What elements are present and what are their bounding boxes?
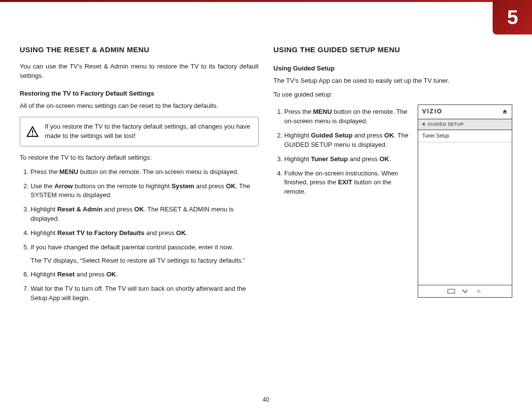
step-bold: OK: [176, 229, 186, 237]
list-item: Highlight Reset and press OK.: [31, 270, 259, 279]
factory-defaults-intro: All of the on-screen menu settings can b…: [20, 102, 259, 111]
step-bold: Guided Setup: [311, 132, 353, 139]
step-bold: Reset TV to Factory Defaults: [57, 229, 144, 237]
step-text: Highlight: [31, 229, 57, 237]
home-icon: [502, 109, 508, 115]
warning-text: If you restore the TV to the factory def…: [45, 123, 250, 139]
step-bold: System: [171, 182, 194, 190]
tv-menu-breadcrumb-label: GUIDED SETUP: [428, 121, 464, 128]
step-text: Highlight: [31, 271, 57, 278]
step-bold: EXIT: [338, 178, 352, 186]
step-text: Press the: [284, 108, 313, 115]
restore-lead: To restore the TV to its factory default…: [20, 153, 259, 163]
step-text: Highlight: [284, 132, 311, 139]
step-text: Highlight: [284, 155, 311, 163]
restore-steps-list: Press the MENU button on the remote. The…: [20, 168, 259, 303]
list-item: Press the MENU button on the remote. The…: [31, 168, 259, 177]
step-subtext: The TV displays, “Select Reset to restor…: [31, 256, 259, 266]
step-text: Highlight: [31, 206, 57, 213]
step-text: and press: [75, 271, 106, 278]
guided-setup-steps-list: Press the MENU button on the remote. The…: [273, 107, 410, 202]
tv-menu-header: VIZIO: [418, 105, 512, 119]
step-bold: Tuner Setup: [311, 155, 348, 163]
step-bold: OK: [379, 155, 389, 163]
tv-menu-breadcrumb: GUIDED SETUP: [418, 119, 512, 130]
guided-setup-intro: The TV's Setup App can be used to easily…: [273, 76, 512, 86]
step-text: Press the: [31, 168, 60, 175]
svg-point-3: [478, 291, 480, 292]
list-item: Highlight Tuner Setup and press OK.: [284, 155, 410, 164]
step-bold: Arrow: [54, 182, 73, 190]
step-text: and press: [194, 182, 226, 190]
chapter-number-tab: 5: [493, 0, 532, 34]
step-text: .: [116, 271, 118, 278]
step-text: and press: [102, 206, 134, 213]
chevron-down-icon: [461, 289, 469, 294]
guided-setup-split: Press the MENU button on the remote. The…: [273, 104, 512, 298]
list-item: Highlight Reset & Admin and press OK. Th…: [31, 205, 259, 224]
gear-icon: [474, 289, 483, 294]
warning-icon: [26, 125, 39, 138]
list-item: Highlight Guided Setup and press OK. The…: [284, 131, 410, 150]
step-text: and press: [144, 229, 176, 237]
step-bold: OK: [384, 132, 394, 139]
tv-menu-body: Tuner Setup: [418, 130, 512, 285]
tv-menu-item-tuner-setup: Tuner Setup: [418, 130, 512, 143]
step-bold: Reset: [57, 271, 74, 278]
section-heading-guided-setup: USING THE GUIDED SETUP MENU: [273, 44, 512, 55]
wide-icon: [447, 289, 456, 294]
right-column: USING THE GUIDED SETUP MENU Using Guided…: [273, 44, 512, 411]
step-text: .: [186, 229, 188, 237]
guided-setup-lead: To use guided setup:: [273, 90, 512, 100]
reset-admin-intro: You can use the TV's Reset & Admin menu …: [20, 62, 259, 81]
step-bold: OK: [106, 271, 116, 278]
step-bold: OK: [134, 206, 144, 213]
section-heading-reset-admin: USING THE RESET & ADMIN MENU: [20, 44, 259, 55]
step-text: button on the remote. The on-screen menu…: [78, 168, 239, 175]
step-text: Wait for the TV to turn off. The TV will…: [31, 285, 246, 302]
page-body: USING THE RESET & ADMIN MENU You can use…: [0, 34, 532, 411]
step-text: .: [389, 155, 391, 163]
step-bold: MENU: [313, 108, 332, 115]
step-text: Use the: [31, 182, 54, 190]
step-text: If you have changed the default parental…: [31, 243, 233, 251]
step-bold: OK: [226, 182, 236, 190]
step-text: and press: [348, 155, 379, 163]
left-column: USING THE RESET & ADMIN MENU You can use…: [20, 44, 259, 411]
step-bold: MENU: [60, 168, 78, 175]
svg-rect-2: [448, 289, 455, 293]
chapter-top-band: [0, 0, 493, 2]
list-item: Use the Arrow buttons on the remote to h…: [31, 182, 259, 201]
page-number: 40: [0, 396, 532, 404]
back-triangle-icon: [422, 122, 425, 126]
tv-brand-label: VIZIO: [422, 107, 442, 116]
subheading-using-guided-setup: Using Guided Setup: [273, 64, 512, 73]
list-item: Wait for the TV to turn off. The TV will…: [31, 284, 259, 303]
subheading-factory-defaults: Restoring the TV to Factory Default Sett…: [20, 89, 259, 99]
list-item: Follow the on-screen instructions. When …: [284, 169, 410, 197]
tv-menu-footer: [418, 285, 512, 297]
list-item: Highlight Reset TV to Factory Defaults a…: [31, 229, 259, 238]
step-bold: Reset & Admin: [57, 206, 102, 213]
step-text: and press: [353, 132, 384, 139]
list-item: If you have changed the default parental…: [31, 243, 259, 266]
list-item: Press the MENU button on the remote. The…: [284, 107, 410, 126]
warning-callout: If you restore the TV to the factory def…: [20, 117, 259, 146]
tv-onscreen-menu: VIZIO GUIDED SETUP Tuner Setup: [418, 104, 512, 298]
svg-point-1: [32, 134, 33, 135]
step-text: buttons on the remote to highlight: [73, 182, 171, 190]
